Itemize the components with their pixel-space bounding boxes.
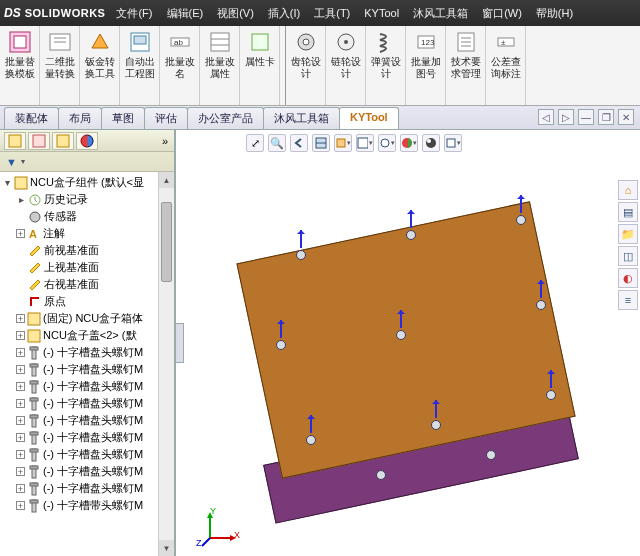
doc-minimize-button[interactable]: — bbox=[578, 109, 594, 125]
appearance-button[interactable] bbox=[400, 134, 418, 152]
svg-rect-37 bbox=[30, 347, 38, 350]
tree-screw[interactable]: +(-) 十字槽盘头螺钉M bbox=[2, 412, 174, 429]
taskpane-library[interactable]: ▤ bbox=[618, 202, 638, 222]
menu-window[interactable]: 窗口(W) bbox=[479, 4, 525, 23]
feature-tree[interactable]: ▾ NCU盒子组件 (默认<显 ▸历史记录 传感器 +A注解 前视基准面 上视基… bbox=[0, 172, 174, 556]
svg-rect-59 bbox=[358, 138, 368, 148]
taskpane-home[interactable]: ⌂ bbox=[618, 180, 638, 200]
hide-show-button[interactable] bbox=[378, 134, 396, 152]
sensor-icon bbox=[28, 210, 42, 224]
fm-tab-property[interactable] bbox=[28, 132, 50, 150]
tree-plane-front[interactable]: 前视基准面 bbox=[2, 242, 174, 259]
display-style-button[interactable] bbox=[356, 134, 374, 152]
tree-screw[interactable]: +(-) 十字槽盘头螺钉M bbox=[2, 395, 174, 412]
doc-next-button[interactable]: ▷ bbox=[558, 109, 574, 125]
tree-annotations[interactable]: +A注解 bbox=[2, 225, 174, 242]
tree-root[interactable]: ▾ NCU盒子组件 (默认<显 bbox=[2, 174, 174, 191]
filter-dropdown-icon[interactable]: ▾ bbox=[21, 157, 25, 166]
prop-card-icon bbox=[248, 30, 272, 54]
fm-tab-config[interactable] bbox=[52, 132, 74, 150]
cmd-tech-req[interactable]: 技术要 求管理 bbox=[446, 26, 486, 105]
view-orientation-button[interactable] bbox=[334, 134, 352, 152]
tab-evaluate[interactable]: 评估 bbox=[144, 107, 188, 129]
doc-close-button[interactable]: ✕ bbox=[618, 109, 634, 125]
scroll-down-icon[interactable]: ▼ bbox=[159, 540, 174, 556]
cmd-batch-props[interactable]: 批量改 属性 bbox=[200, 26, 240, 105]
menu-edit[interactable]: 编辑(E) bbox=[164, 4, 207, 23]
cmd-sprocket-design[interactable]: 链轮设 计 bbox=[326, 26, 366, 105]
fm-tab-tree[interactable] bbox=[4, 132, 26, 150]
menu-view[interactable]: 视图(V) bbox=[214, 4, 257, 23]
cmd-tolerance[interactable]: ± 公差查 询标注 bbox=[486, 26, 526, 105]
zoom-area-button[interactable]: 🔍 bbox=[268, 134, 286, 152]
orientation-triad[interactable]: Y X Z bbox=[200, 508, 240, 548]
menu-tools[interactable]: 工具(T) bbox=[311, 4, 353, 23]
tree-lid[interactable]: +NCU盒子盖<2> (默 bbox=[2, 327, 174, 344]
tree-screw[interactable]: +(-) 十字槽盘头螺钉M bbox=[2, 429, 174, 446]
fm-tab-display[interactable] bbox=[76, 132, 98, 150]
tab-layout[interactable]: 布局 bbox=[58, 107, 102, 129]
cmd-batch-rename[interactable]: ab 批量改 名 bbox=[160, 26, 200, 105]
tree-item-label: 上视基准面 bbox=[44, 260, 99, 275]
cmd-spring-design[interactable]: 弹簧设 计 bbox=[366, 26, 406, 105]
cmd-batch-number[interactable]: 123 批量加 图号 bbox=[406, 26, 446, 105]
taskpane-properties[interactable]: ≡ bbox=[618, 290, 638, 310]
cmd-2d-batch[interactable]: 二维批 量转换 bbox=[40, 26, 80, 105]
filter-funnel-icon[interactable]: ▼ bbox=[6, 156, 17, 168]
section-view-button[interactable] bbox=[312, 134, 330, 152]
svg-rect-58 bbox=[337, 139, 345, 147]
model-hole bbox=[396, 330, 406, 340]
tab-kytool[interactable]: KYTool bbox=[339, 107, 399, 129]
cmd-auto-drawing[interactable]: 自动出 工程图 bbox=[120, 26, 160, 105]
menu-mufeng[interactable]: 沐风工具箱 bbox=[410, 4, 471, 23]
tree-screw[interactable]: +(-) 十字槽盘头螺钉M bbox=[2, 344, 174, 361]
cmd-gear-design[interactable]: 齿轮设 计 bbox=[286, 26, 326, 105]
tree-screw[interactable]: +(-) 十字槽盘头螺钉M bbox=[2, 480, 174, 497]
menu-insert[interactable]: 插入(I) bbox=[265, 4, 303, 23]
prev-view-button[interactable] bbox=[290, 134, 308, 152]
svg-line-70 bbox=[202, 538, 210, 546]
menu-file[interactable]: 文件(F) bbox=[113, 4, 155, 23]
tree-item-label: (-) 十字槽盘头螺钉M bbox=[43, 396, 143, 411]
doc-prev-button[interactable]: ◁ bbox=[538, 109, 554, 125]
menu-kytool[interactable]: KYTool bbox=[361, 5, 402, 21]
tree-plane-top[interactable]: 上视基准面 bbox=[2, 259, 174, 276]
svg-rect-35 bbox=[28, 330, 40, 342]
tree-plane-right[interactable]: 右视基准面 bbox=[2, 276, 174, 293]
tree-screw[interactable]: +(-) 十字槽盘头螺钉M bbox=[2, 378, 174, 395]
taskpane-explorer[interactable]: 📁 bbox=[618, 224, 638, 244]
tree-scrollbar[interactable]: ▲ ▼ bbox=[158, 172, 174, 556]
scroll-up-icon[interactable]: ▲ bbox=[159, 172, 174, 188]
taskpane-appearances[interactable]: ◐ bbox=[618, 268, 638, 288]
gear-icon bbox=[294, 30, 318, 54]
command-group-2: 齿轮设 计 链轮设 计 弹簧设 计 123 批量加 图号 技术要 求管理 ± 公… bbox=[286, 26, 526, 105]
zoom-fit-button[interactable]: ⤢ bbox=[246, 134, 264, 152]
triad-y-label: Y bbox=[210, 506, 216, 538]
taskpane-view-palette[interactable]: ◫ bbox=[618, 246, 638, 266]
svg-rect-30 bbox=[15, 177, 27, 189]
tab-mufeng[interactable]: 沐风工具箱 bbox=[263, 107, 340, 129]
cmd-replace-template[interactable]: 批量替 换模板 bbox=[0, 26, 40, 105]
cmd-sheetmetal[interactable]: 钣金转 换工具 bbox=[80, 26, 120, 105]
view-settings-button[interactable] bbox=[444, 134, 462, 152]
tree-screw[interactable]: +(-) 十字槽盘头螺钉M bbox=[2, 361, 174, 378]
cmd-prop-card[interactable]: 属性卡 bbox=[240, 26, 280, 105]
tab-sketch[interactable]: 草图 bbox=[101, 107, 145, 129]
config-icon bbox=[56, 134, 70, 148]
tree-screw-last[interactable]: +(-) 十字槽带头螺钉M bbox=[2, 497, 174, 514]
tree-fixed-box[interactable]: +(固定) NCU盒子箱体 bbox=[2, 310, 174, 327]
scene-button[interactable] bbox=[422, 134, 440, 152]
tab-assembly[interactable]: 装配体 bbox=[4, 107, 59, 129]
fm-tab-overflow[interactable]: » bbox=[158, 132, 172, 150]
panel-flyout-grip[interactable] bbox=[176, 323, 184, 363]
tree-screw[interactable]: +(-) 十字槽盘头螺钉M bbox=[2, 446, 174, 463]
menu-help[interactable]: 帮助(H) bbox=[533, 4, 576, 23]
tree-history[interactable]: ▸历史记录 bbox=[2, 191, 174, 208]
tab-office[interactable]: 办公室产品 bbox=[187, 107, 264, 129]
doc-restore-button[interactable]: ❐ bbox=[598, 109, 614, 125]
tree-screw[interactable]: +(-) 十字槽盘头螺钉M bbox=[2, 463, 174, 480]
tree-sensors[interactable]: 传感器 bbox=[2, 208, 174, 225]
graphics-viewport[interactable]: ⤢ 🔍 ⌂ ▤ 📁 ◫ ◐ ≡ bbox=[176, 130, 640, 556]
scroll-thumb[interactable] bbox=[161, 202, 172, 282]
tree-origin[interactable]: 原点 bbox=[2, 293, 174, 310]
